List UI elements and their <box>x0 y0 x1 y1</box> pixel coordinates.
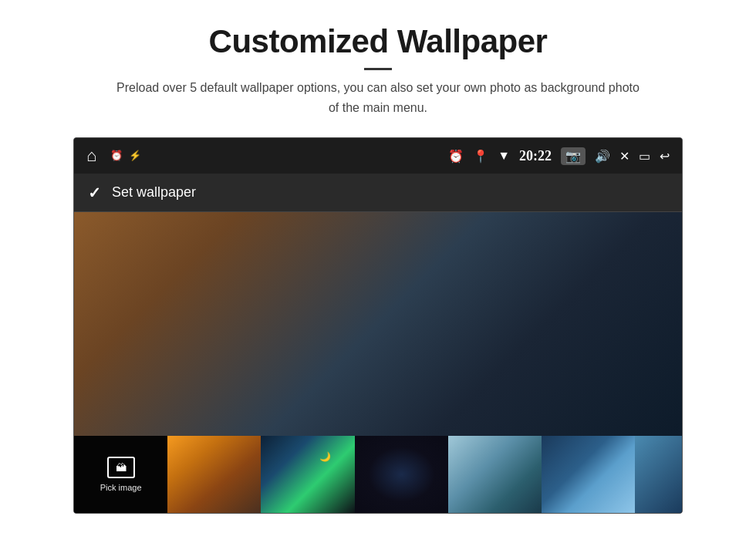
page-wrapper: Customized Wallpaper Preload over 5 defa… <box>0 0 756 560</box>
thumbnail-strip: Pick image <box>74 436 682 513</box>
pick-image-thumbnail[interactable]: Pick image <box>74 436 167 513</box>
window-icon: ▭ <box>639 149 650 164</box>
pick-image-label: Pick image <box>100 483 142 492</box>
wallpaper-thumb-1[interactable] <box>167 436 261 513</box>
app-bar-title: Set wallpaper <box>112 184 196 201</box>
wallpaper-thumb-2[interactable] <box>261 436 354 513</box>
alarm-icon-right: ⏰ <box>448 149 464 164</box>
wallpaper-thumb-6-partial[interactable] <box>635 436 682 513</box>
alarm-icon-left: ⏰ <box>110 150 123 162</box>
close-icon: ✕ <box>619 149 629 164</box>
wallpaper-thumb-5[interactable] <box>542 436 635 513</box>
back-icon: ↩ <box>660 149 670 164</box>
status-bar-right: ⏰ 📍 ▼ 20:22 📷 🔊 ✕ ▭ ↩ <box>448 147 670 165</box>
camera-icon: 📷 <box>561 147 586 165</box>
title-divider <box>364 68 392 70</box>
confirm-icon[interactable]: ✓ <box>88 184 101 202</box>
home-icon[interactable]: ⌂ <box>86 146 96 166</box>
wallpaper-thumb-4[interactable] <box>448 436 542 513</box>
app-bar: ✓ Set wallpaper <box>74 174 682 212</box>
volume-icon: 🔊 <box>595 149 610 164</box>
status-bar-left: ⌂ ⏰ ⚡ <box>86 146 141 166</box>
time-display: 20:22 <box>519 148 552 164</box>
status-left-icons: ⏰ ⚡ <box>110 150 141 162</box>
location-icon: 📍 <box>473 149 488 164</box>
wifi-icon: ▼ <box>498 149 510 163</box>
android-screen: ⌂ ⏰ ⚡ ⏰ 📍 ▼ 20:22 📷 🔊 ✕ ▭ ↩ ✓ <box>73 137 683 514</box>
status-bar: ⌂ ⏰ ⚡ ⏰ 📍 ▼ 20:22 📷 🔊 ✕ ▭ ↩ <box>74 138 682 174</box>
page-title: Customized Wallpaper <box>116 23 640 60</box>
page-subtitle: Preload over 5 default wallpaper options… <box>116 78 640 117</box>
wallpaper-thumb-3[interactable] <box>355 436 448 513</box>
wallpaper-preview <box>74 212 682 436</box>
title-section: Customized Wallpaper Preload over 5 defa… <box>116 23 640 117</box>
usb-icon: ⚡ <box>129 150 141 162</box>
pick-image-icon <box>107 457 135 478</box>
